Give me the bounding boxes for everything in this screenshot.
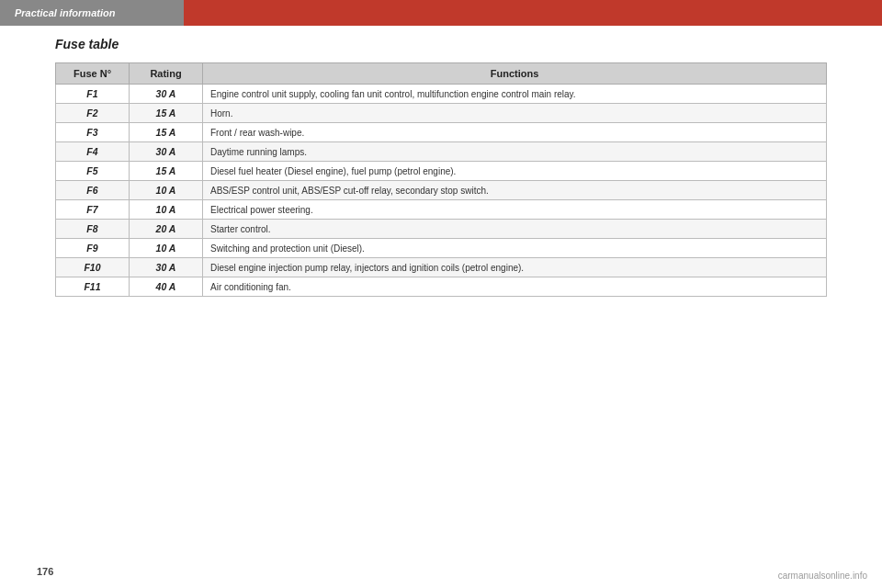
fuse-functions: Daytime running lamps. (203, 142, 827, 162)
header-title: Practical information (15, 7, 115, 18)
table-row: F515 ADiesel fuel heater (Diesel engine)… (56, 162, 827, 181)
fuse-rating: 40 A (130, 277, 203, 297)
fuse-rating: 10 A (130, 181, 203, 200)
fuse-functions: Air conditioning fan. (203, 277, 827, 297)
header-left: Practical information (0, 0, 184, 26)
fuse-functions: ABS/ESP control unit, ABS/ESP cut-off re… (203, 181, 827, 200)
col-header-rating: Rating (130, 63, 203, 85)
table-row: F215 AHorn. (56, 104, 827, 123)
watermark: carmanualsonline.info (778, 571, 867, 581)
header-right (184, 0, 882, 26)
fuse-number: F10 (56, 258, 130, 277)
fuse-rating: 10 A (130, 200, 203, 220)
table-row: F910 ASwitching and protection unit (Die… (56, 239, 827, 258)
fuse-number: F1 (56, 85, 130, 104)
fuse-number: F11 (56, 277, 130, 297)
fuse-rating: 30 A (130, 85, 203, 104)
main-content: Fuse table Fuse N° Rating Functions F130… (55, 37, 827, 297)
fuse-functions: Engine control unit supply, cooling fan … (203, 85, 827, 104)
fuse-rating: 30 A (130, 258, 203, 277)
fuse-rating: 30 A (130, 142, 203, 162)
table-row: F1030 ADiesel engine injection pump rela… (56, 258, 827, 277)
fuse-number: F6 (56, 181, 130, 200)
fuse-table-body: F130 AEngine control unit supply, coolin… (56, 85, 827, 297)
fuse-number: F9 (56, 239, 130, 258)
fuse-table: Fuse N° Rating Functions F130 AEngine co… (55, 62, 827, 297)
fuse-functions: Electrical power steering. (203, 200, 827, 220)
fuse-rating: 15 A (130, 123, 203, 142)
fuse-functions: Switching and protection unit (Diesel). (203, 239, 827, 258)
fuse-rating: 15 A (130, 162, 203, 181)
table-row: F710 AElectrical power steering. (56, 200, 827, 220)
fuse-number: F2 (56, 104, 130, 123)
header-bar: Practical information (0, 0, 882, 26)
fuse-functions: Diesel engine injection pump relay, inje… (203, 258, 827, 277)
table-row: F130 AEngine control unit supply, coolin… (56, 85, 827, 104)
fuse-functions: Front / rear wash-wipe. (203, 123, 827, 142)
fuse-number: F4 (56, 142, 130, 162)
fuse-rating: 20 A (130, 220, 203, 239)
fuse-number: F8 (56, 220, 130, 239)
fuse-functions: Horn. (203, 104, 827, 123)
table-row: F430 ADaytime running lamps. (56, 142, 827, 162)
table-row: F1140 AAir conditioning fan. (56, 277, 827, 297)
table-row: F315 AFront / rear wash-wipe. (56, 123, 827, 142)
fuse-number: F3 (56, 123, 130, 142)
table-header-row: Fuse N° Rating Functions (56, 63, 827, 85)
fuse-number: F7 (56, 200, 130, 220)
fuse-rating: 10 A (130, 239, 203, 258)
page-number: 176 (37, 566, 53, 577)
col-header-functions: Functions (203, 63, 827, 85)
table-row: F610 AABS/ESP control unit, ABS/ESP cut-… (56, 181, 827, 200)
fuse-rating: 15 A (130, 104, 203, 123)
section-title: Fuse table (55, 37, 827, 51)
col-header-fuse: Fuse N° (56, 63, 130, 85)
fuse-functions: Starter control. (203, 220, 827, 239)
fuse-number: F5 (56, 162, 130, 181)
fuse-functions: Diesel fuel heater (Diesel engine), fuel… (203, 162, 827, 181)
table-row: F820 AStarter control. (56, 220, 827, 239)
